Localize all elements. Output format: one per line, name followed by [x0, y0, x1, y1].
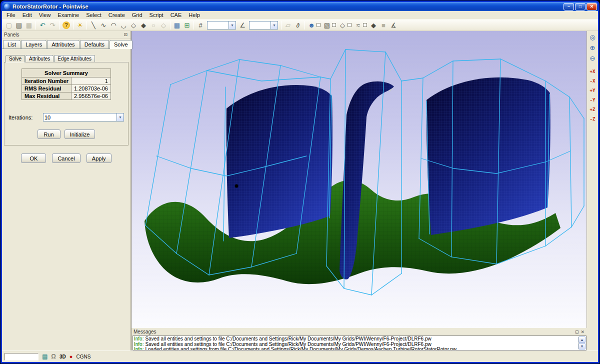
tab-list[interactable]: List — [3, 40, 20, 48]
close-icon[interactable]: ✕ — [580, 330, 586, 334]
mask-toggle-icon[interactable]: ☻ — [306, 20, 316, 30]
diamond-toggle-icon[interactable]: ◇ — [338, 20, 348, 30]
circle-tool-icon[interactable]: ○ — [148, 20, 158, 30]
angle-icon[interactable]: ∠ — [238, 20, 248, 30]
dimension-combo-input[interactable] — [208, 22, 228, 29]
cube-toggle-icon[interactable]: ▧ — [322, 20, 332, 30]
line-tool-icon[interactable]: ╲ — [88, 20, 98, 30]
open-file-icon[interactable]: ▤ — [14, 20, 24, 30]
dimension-combo[interactable]: ▼ — [207, 21, 236, 30]
rotate-view-icon[interactable]: ◎ — [588, 32, 598, 42]
toolbar-separator — [59, 21, 60, 30]
tab-solve-inner[interactable]: Solve — [6, 55, 25, 62]
zoom-in-icon[interactable]: ⊕ — [588, 43, 598, 52]
close-button[interactable]: ✕ — [586, 3, 597, 10]
menu-view[interactable]: View — [36, 11, 54, 19]
chevron-down-icon[interactable]: ▼ — [116, 114, 124, 121]
tab-edge-attributes[interactable]: Edge Attributes — [54, 55, 95, 62]
mask-checkbox[interactable] — [316, 23, 320, 27]
run-button[interactable]: Run — [38, 130, 60, 139]
board-icon[interactable]: ▱ — [283, 20, 293, 30]
light-icon[interactable]: ☀ — [75, 20, 85, 30]
status-bar: ▦ Ω 3D ● CGNS — [2, 350, 598, 362]
view-plus-x-button[interactable]: +X — [588, 67, 598, 76]
menu-file[interactable]: File — [3, 11, 19, 19]
ok-button[interactable]: OK — [21, 154, 46, 163]
log-text: Saved all entities and settings to file … — [145, 342, 431, 347]
view-plus-y-button[interactable]: +Y — [588, 86, 598, 94]
menu-grid[interactable]: Grid — [128, 11, 146, 19]
info-prefix: Info: — [134, 346, 144, 350]
cancel-button[interactable]: Cancel — [52, 154, 80, 163]
viewport-3d[interactable] — [131, 31, 588, 328]
chevron-down-icon[interactable]: ▼ — [270, 22, 278, 29]
spreadsheet-view-icon[interactable]: ▦ — [172, 20, 182, 30]
apply-button[interactable]: Apply — [86, 154, 112, 163]
new-file-icon[interactable]: ▢ — [4, 20, 14, 30]
revolve-tool-icon[interactable]: ◇ — [158, 20, 168, 30]
menu-select[interactable]: Select — [82, 11, 105, 19]
filled-diamond-tool-icon[interactable]: ◆ — [138, 20, 148, 30]
zoom-out-icon[interactable]: ⊖ — [588, 54, 598, 63]
view-minus-y-button[interactable]: -Y — [588, 96, 598, 104]
conic-tool-icon[interactable]: ◡ — [118, 20, 128, 30]
tab-layers[interactable]: Layers — [21, 40, 46, 48]
initialize-button[interactable]: Initialize — [64, 130, 96, 139]
table-row: Max Residual 2.956576e-06 — [22, 92, 111, 100]
toolbar-separator — [36, 21, 36, 30]
solver-summary-table: Solver Summary Iteration Number 1 RMS Re… — [22, 68, 111, 100]
grid-view-icon[interactable]: ⊞ — [182, 20, 192, 30]
blade-right — [426, 78, 550, 235]
command-input[interactable] — [4, 353, 38, 360]
panels-pane: Panels ⊡ List Layers Attributes Defaults… — [2, 31, 131, 350]
angle-combo-input[interactable] — [250, 22, 270, 29]
toolbar-separator — [86, 21, 87, 30]
angle-combo[interactable]: ▼ — [249, 21, 278, 30]
dock-icon[interactable]: ⊡ — [122, 32, 128, 37]
dock-icon[interactable]: ⊡ — [574, 330, 580, 334]
title-bar[interactable]: RotorStatorRotor - Pointwise – □ ✕ — [2, 2, 598, 11]
tab-attributes[interactable]: Attributes — [47, 40, 79, 48]
table-row: RMS Residual 1.208703e-06 — [22, 85, 111, 92]
scroll-up-icon[interactable]: ▲ — [578, 336, 586, 343]
menu-examine[interactable]: Examine — [54, 11, 82, 19]
filled-diamond-toggle-icon[interactable]: ◆ — [368, 20, 378, 30]
dimension-icon[interactable]: # — [196, 20, 206, 30]
tab-defaults[interactable]: Defaults — [80, 40, 109, 48]
diamond-checkbox[interactable] — [348, 23, 352, 27]
menu-script[interactable]: Script — [146, 11, 167, 19]
chevron-down-icon[interactable]: ▼ — [228, 22, 236, 29]
cube-checkbox[interactable] — [332, 23, 336, 27]
menu-cae[interactable]: CAE — [167, 11, 186, 19]
tab-solve[interactable]: Solve — [110, 40, 132, 49]
magnet-status-icon: Ω — [51, 353, 56, 360]
log-text: Saved all entities and settings to file … — [145, 336, 431, 342]
view-minus-x-button[interactable]: -X — [588, 76, 598, 85]
iterations-combo[interactable]: ▼ — [43, 113, 124, 122]
tab-attributes-inner[interactable]: Attributes — [26, 55, 54, 62]
undo-icon[interactable]: ↶ — [38, 20, 48, 30]
square-toggle-icon[interactable]: ■ — [378, 20, 388, 30]
iterations-input[interactable] — [44, 114, 116, 121]
rms-residual-value: 1.208703e-06 — [72, 85, 111, 92]
arc-tool-icon[interactable]: ◠ — [108, 20, 118, 30]
redo-icon[interactable]: ↷ — [48, 20, 58, 30]
menu-create[interactable]: Create — [105, 11, 128, 19]
diamond-tool-icon[interactable]: ◇ — [128, 20, 138, 30]
messages-scrollbar[interactable]: ▲ ▼ — [578, 336, 586, 350]
view-plus-z-button[interactable]: +Z — [588, 105, 598, 114]
derivative-icon[interactable]: ∂ — [293, 20, 303, 30]
spline-tool-icon[interactable]: ∿ — [98, 20, 108, 30]
help-icon[interactable]: ? — [62, 22, 70, 29]
maximize-button[interactable]: □ — [575, 3, 586, 10]
view-minus-z-button[interactable]: -Z — [588, 114, 598, 123]
protractor-icon[interactable]: ∡ — [388, 20, 398, 30]
minimize-button[interactable]: – — [564, 3, 574, 10]
scroll-down-icon[interactable]: ▼ — [578, 343, 586, 350]
save-icon[interactable]: ▦ — [24, 20, 34, 30]
pivot-point — [235, 184, 238, 188]
curve-checkbox[interactable] — [363, 23, 367, 27]
menu-edit[interactable]: Edit — [19, 11, 36, 19]
curve-toggle-icon[interactable]: ≈ — [353, 20, 363, 30]
menu-help[interactable]: Help — [185, 11, 204, 19]
